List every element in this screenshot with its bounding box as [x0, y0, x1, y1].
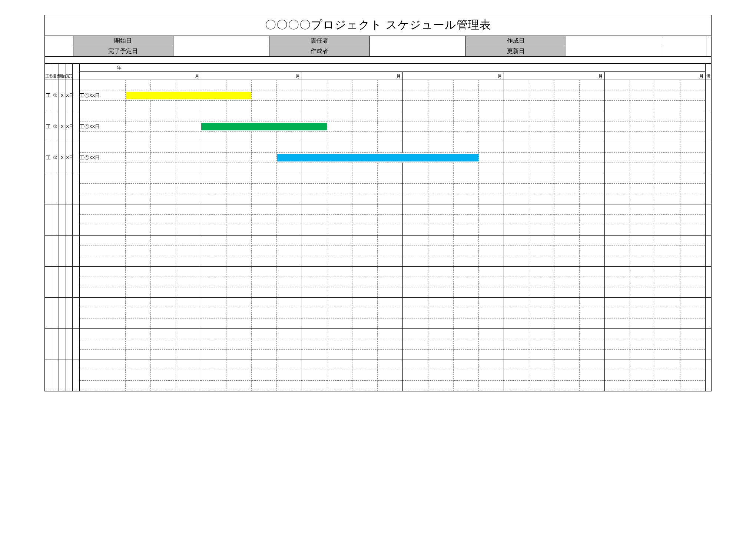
- gantt-cell[interactable]: [580, 80, 605, 90]
- gantt-cell[interactable]: [352, 277, 378, 287]
- gantt-cell[interactable]: [680, 101, 706, 111]
- cell-owner[interactable]: ①: [52, 80, 59, 111]
- gantt-cell[interactable]: [504, 142, 529, 153]
- gantt-cell[interactable]: [504, 173, 529, 184]
- gantt-cell[interactable]: [428, 163, 453, 173]
- gantt-cell[interactable]: [680, 90, 706, 101]
- gantt-cell[interactable]: [453, 360, 478, 370]
- gantt-cell[interactable]: [327, 277, 352, 287]
- gantt-cell[interactable]: [478, 173, 504, 184]
- gantt-cell[interactable]: [453, 318, 478, 329]
- gantt-cell[interactable]: [504, 236, 529, 246]
- gantt-cell[interactable]: [352, 101, 378, 111]
- gantt-cell[interactable]: [251, 225, 276, 236]
- gantt-cell[interactable]: [226, 298, 251, 308]
- gantt-cell[interactable]: [680, 256, 706, 267]
- gantt-cell[interactable]: [302, 225, 327, 236]
- gantt-cell[interactable]: [226, 360, 251, 370]
- cell-start[interactable]: [59, 204, 66, 236]
- gantt-cell[interactable]: [79, 308, 125, 318]
- gantt-cell[interactable]: [529, 298, 554, 308]
- gantt-cell[interactable]: [680, 163, 706, 173]
- gantt-cell[interactable]: [554, 329, 579, 339]
- gantt-cell[interactable]: [428, 80, 453, 90]
- gantt-cell[interactable]: [478, 225, 504, 236]
- gantt-cell[interactable]: [655, 370, 680, 381]
- gantt-cell[interactable]: [226, 225, 251, 236]
- gantt-cell[interactable]: [478, 267, 504, 277]
- gantt-cell[interactable]: [226, 308, 251, 318]
- gantt-cell[interactable]: [580, 132, 605, 142]
- gantt-cell[interactable]: [378, 277, 403, 287]
- cell-start[interactable]: X: [59, 80, 66, 111]
- gantt-cell[interactable]: [277, 101, 302, 111]
- gantt-cell[interactable]: [79, 277, 125, 287]
- gantt-cell[interactable]: [403, 329, 428, 339]
- gantt-cell[interactable]: [680, 215, 706, 225]
- gantt-cell[interactable]: [251, 246, 276, 256]
- gantt-cell[interactable]: [327, 246, 352, 256]
- gantt-cell[interactable]: [150, 329, 176, 339]
- gantt-cell[interactable]: [352, 287, 378, 298]
- gantt-cell[interactable]: [79, 111, 125, 121]
- gantt-cell[interactable]: [150, 204, 176, 215]
- gantt-cell[interactable]: [630, 350, 655, 360]
- gantt-cell[interactable]: [580, 381, 605, 391]
- gantt-cell[interactable]: [125, 111, 150, 121]
- gantt-cell[interactable]: [630, 318, 655, 329]
- cell-phase[interactable]: [45, 329, 52, 360]
- gantt-cell[interactable]: [327, 215, 352, 225]
- gantt-cell[interactable]: [504, 80, 529, 90]
- gantt-cell[interactable]: 工 ①XX日: [79, 121, 125, 132]
- gantt-cell[interactable]: [302, 329, 327, 339]
- gantt-cell[interactable]: [655, 132, 680, 142]
- gantt-cell[interactable]: [125, 350, 150, 360]
- gantt-cell[interactable]: [529, 163, 554, 173]
- gantt-cell[interactable]: [352, 142, 378, 153]
- gantt-cell[interactable]: [277, 277, 302, 287]
- gantt-cell[interactable]: [352, 339, 378, 350]
- gantt-cell[interactable]: [201, 194, 226, 204]
- gantt-cell[interactable]: [680, 142, 706, 153]
- cell-start[interactable]: [59, 360, 66, 391]
- gantt-cell[interactable]: [453, 370, 478, 381]
- gantt-cell[interactable]: [125, 318, 150, 329]
- gantt-cell[interactable]: [150, 360, 176, 370]
- gantt-cell[interactable]: [150, 381, 176, 391]
- gantt-cell[interactable]: [79, 370, 125, 381]
- gantt-cell[interactable]: [403, 184, 428, 194]
- gantt-cell[interactable]: [251, 287, 276, 298]
- cell-end[interactable]: [66, 267, 73, 298]
- gantt-cell[interactable]: [176, 329, 201, 339]
- gantt-cell[interactable]: [327, 80, 352, 90]
- gantt-cell[interactable]: [176, 267, 201, 277]
- gantt-cell[interactable]: [403, 381, 428, 391]
- gantt-cell[interactable]: [504, 111, 529, 121]
- gantt-cell[interactable]: [378, 287, 403, 298]
- gantt-cell[interactable]: [580, 360, 605, 370]
- gantt-cell[interactable]: [226, 329, 251, 339]
- gantt-cell[interactable]: [277, 267, 302, 277]
- gantt-cell[interactable]: [302, 339, 327, 350]
- gantt-cell[interactable]: [580, 215, 605, 225]
- cell-owner[interactable]: [52, 204, 59, 236]
- gantt-cell[interactable]: [176, 111, 201, 121]
- gantt-cell[interactable]: [554, 308, 579, 318]
- gantt-cell[interactable]: [655, 350, 680, 360]
- gantt-cell[interactable]: [554, 173, 579, 184]
- gantt-cell[interactable]: [529, 277, 554, 287]
- gantt-cell[interactable]: [554, 246, 579, 256]
- gantt-cell[interactable]: [125, 381, 150, 391]
- gantt-cell[interactable]: [504, 381, 529, 391]
- gantt-cell[interactable]: [79, 194, 125, 204]
- gantt-cell[interactable]: [529, 142, 554, 153]
- gantt-cell[interactable]: [453, 329, 478, 339]
- gantt-cell[interactable]: [251, 298, 276, 308]
- gantt-cell[interactable]: [201, 381, 226, 391]
- gantt-cell[interactable]: [554, 360, 579, 370]
- gantt-cell[interactable]: [302, 308, 327, 318]
- gantt-cell[interactable]: [453, 287, 478, 298]
- gantt-cell[interactable]: [605, 153, 630, 163]
- gantt-cell[interactable]: [251, 163, 276, 173]
- gantt-cell[interactable]: [79, 318, 125, 329]
